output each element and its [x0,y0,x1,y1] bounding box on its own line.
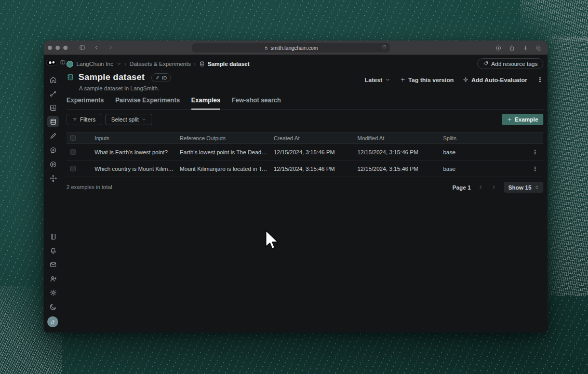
tag-icon [483,61,489,66]
column-header-splits[interactable]: Splits [443,135,527,141]
docs-icon[interactable] [47,231,59,242]
plus-icon [400,77,406,83]
show-tabs-icon[interactable] [536,45,542,51]
org-avatar [66,61,73,68]
sidebar-toggle-icon[interactable] [79,44,86,51]
cell-reference-outputs: Earth's lowest point is The Dead Sea. [180,149,274,155]
deployments-icon[interactable] [47,172,59,184]
settings-icon[interactable] [47,287,59,298]
examples-table: Inputs Reference Outputs Created At Modi… [66,132,543,177]
dataset-icon [66,73,74,82]
page-size-select[interactable]: Show 15 [504,182,543,193]
browser-window: smith.langchain.com [44,41,547,332]
langsmith-app: LangChain Inc › Datasets & Experiments ›… [44,55,547,332]
address-bar[interactable]: smith.langchain.com [192,43,390,52]
left-navigation-rail [44,55,66,332]
add-example-button[interactable]: Example [502,114,543,125]
forward-icon[interactable] [107,44,114,51]
latest-version-dropdown[interactable]: Latest [365,77,391,83]
collapse-sidebar-icon[interactable] [60,59,66,65]
close-window-button[interactable] [48,46,52,50]
playground-icon[interactable] [47,158,59,170]
tracing-projects-icon[interactable] [47,88,59,99]
tab-few-shot-search[interactable]: Few-shot search [232,97,281,109]
chevron-down-icon[interactable] [116,61,122,66]
zoom-window-button[interactable] [63,46,68,50]
browser-chrome: smith.langchain.com [44,41,547,55]
datasets-icon[interactable] [47,116,59,127]
breadcrumb-current[interactable]: Sample dataset [199,61,250,67]
cell-splits: base [443,149,527,155]
table-header-row: Inputs Reference Outputs Created At Modi… [66,132,543,144]
back-icon[interactable] [93,44,100,51]
page-subtitle: A sample dataset in LangSmith. [79,85,159,91]
id-badge[interactable]: ID [151,73,171,82]
page-title: Sample dataset [78,72,145,83]
row-menu-icon[interactable] [527,149,543,155]
cell-created-at: 12/15/2024, 3:15:46 PM [274,166,357,172]
url-text: smith.langchain.com [271,45,318,51]
invite-user-icon[interactable] [47,273,59,284]
dataset-icon [199,61,205,67]
breadcrumb: LangChain Inc › Datasets & Experiments ›… [66,59,249,69]
previous-page-icon[interactable] [478,184,484,190]
new-tab-icon[interactable] [522,45,529,51]
up-down-icon [534,185,539,190]
downloads-icon[interactable] [495,45,502,51]
minimize-window-button[interactable] [56,46,60,50]
notifications-icon[interactable] [47,245,59,256]
breadcrumb-separator-icon: › [194,61,195,67]
sparkle-icon [463,77,469,83]
table-row[interactable]: What is Earth's lowest point? Earth's lo… [66,144,543,161]
column-header-reference-outputs[interactable]: Reference Outputs [180,135,274,141]
plus-icon [507,117,512,122]
traffic-lights [48,46,68,50]
cell-modified-at: 12/15/2024, 3:15:46 PM [357,166,443,172]
tag-this-version-button[interactable]: Tag this version [400,77,453,83]
column-header-modified-at[interactable]: Modified At [357,135,443,141]
tab-experiments[interactable]: Experiments [66,97,104,109]
cell-inputs: Which country is Mount Kilimanjaro... [95,166,180,172]
row-menu-icon[interactable] [527,166,543,172]
cell-created-at: 12/15/2024, 3:15:46 PM [274,149,357,155]
column-header-created-at[interactable]: Created At [274,135,357,141]
tab-examples[interactable]: Examples [191,97,220,109]
user-avatar[interactable] [47,316,58,327]
cell-inputs: What is Earth's lowest point? [95,149,180,155]
filter-icon [72,117,77,122]
add-resource-tags-button[interactable]: Add resource tags [477,58,543,69]
select-split-dropdown[interactable]: Select split [105,114,152,125]
tab-bar: Experiments Pairwise Experiments Example… [66,97,543,110]
lock-icon [264,46,269,50]
chevron-down-icon [385,77,391,83]
page-indicator: Page 1 [452,184,471,191]
prompts-icon[interactable] [47,144,59,156]
cell-splits: base [443,166,527,172]
chevron-down-icon [141,117,146,122]
cell-modified-at: 12/15/2024, 3:15:46 PM [357,149,443,155]
select-all-checkbox[interactable] [70,135,76,141]
examples-total-label: 2 examples in total [66,184,112,190]
add-auto-evaluator-button[interactable]: Add Auto-Evaluator [463,77,527,83]
mouse-cursor [262,229,279,251]
cell-reference-outputs: Mount Kilimanjaro is located in Tanzania… [180,166,274,172]
row-checkbox[interactable] [70,149,76,155]
tab-pairwise-experiments[interactable]: Pairwise Experiments [115,97,180,109]
refresh-icon[interactable] [382,45,386,49]
filters-button[interactable]: Filters [66,114,101,125]
share-icon[interactable] [509,45,515,51]
table-row[interactable]: Which country is Mount Kilimanjaro... Mo… [66,161,543,177]
langsmith-logo [46,60,57,65]
home-icon[interactable] [47,74,59,85]
column-header-inputs[interactable]: Inputs [95,135,180,141]
row-checkbox[interactable] [70,166,76,171]
theme-toggle-moon-icon[interactable] [47,301,59,312]
feedback-mail-icon[interactable] [47,259,59,270]
monitoring-icon[interactable] [47,102,59,113]
annotation-queues-icon[interactable] [47,130,59,141]
link-icon [155,75,160,80]
breadcrumb-section[interactable]: Datasets & Experiments [129,61,191,67]
breadcrumb-org[interactable]: LangChain Inc [76,61,113,67]
more-options-icon[interactable] [537,76,543,83]
next-page-icon[interactable] [491,184,497,190]
